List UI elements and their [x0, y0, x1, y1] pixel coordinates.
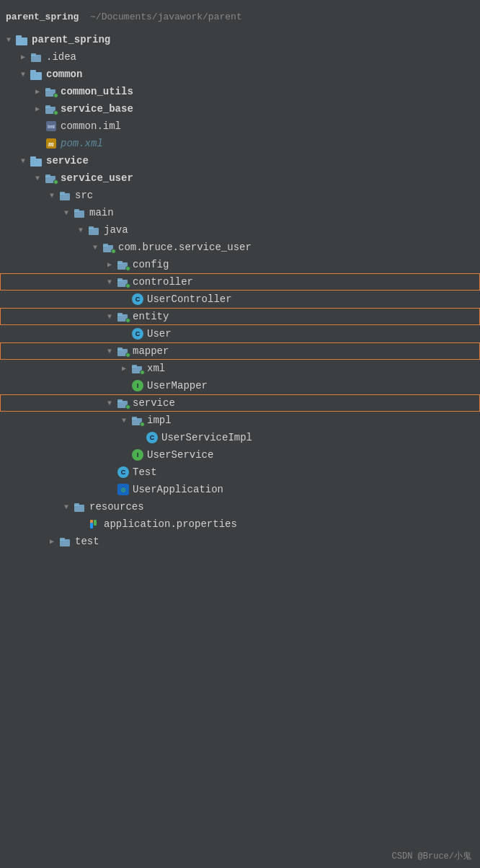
tree-item-impl[interactable]: impl	[0, 412, 480, 429]
label-UserServiceImpl: UserServiceImpl	[161, 432, 252, 443]
label-service_pkg: service	[133, 397, 175, 409]
icon-root	[16, 33, 29, 46]
tree-item-app_props[interactable]: application.properties	[0, 515, 480, 533]
tree-item-common[interactable]: common	[0, 66, 480, 83]
tree-item-main[interactable]: main	[0, 204, 480, 221]
tree-item-common_iml[interactable]: imlcommon.iml	[0, 118, 480, 135]
tree-item-UserServiceImpl[interactable]: CUserServiceImpl	[0, 429, 480, 446]
icon-service_user	[45, 172, 58, 185]
tree-item-idea[interactable]: .idea	[0, 48, 480, 66]
tree-item-UserController[interactable]: CUserController	[0, 291, 480, 308]
tree-arrow-test	[46, 536, 58, 547]
tree-item-service_base[interactable]: service_base	[0, 100, 480, 118]
tree-arrow-controller	[104, 276, 115, 288]
project-path: ~/Documents/javawork/parent	[84, 12, 241, 22]
icon-service	[30, 154, 43, 167]
tree-item-java[interactable]: java	[0, 221, 480, 239]
icon-common_pom: m	[45, 137, 58, 150]
label-src: src	[75, 190, 93, 201]
tree-item-xml[interactable]: xml	[0, 360, 480, 377]
tree-item-mapper[interactable]: mapper	[0, 342, 480, 360]
icon-service_base	[45, 102, 58, 115]
tree-item-config[interactable]: config	[0, 256, 480, 273]
tree-arrow-service_base	[32, 103, 43, 115]
tree-item-resources[interactable]: resources	[0, 498, 480, 515]
tree-arrow-service_user	[32, 172, 43, 184]
tree-arrow-common	[17, 68, 29, 80]
label-root: parent_spring	[32, 34, 110, 45]
label-common: common	[46, 68, 82, 80]
icon-entity	[117, 310, 130, 323]
label-config: config	[133, 259, 169, 270]
tree-arrow-service_pkg	[104, 397, 115, 409]
watermark: CSDN @Bruce/小鬼	[392, 850, 471, 862]
label-controller: controller	[133, 276, 193, 288]
label-idea: .idea	[46, 51, 76, 63]
label-UserMapper: UserMapper	[147, 380, 208, 391]
icon-java	[88, 223, 101, 236]
tree-item-User[interactable]: CUser	[0, 325, 480, 342]
tree-item-root[interactable]: parent_spring	[0, 31, 480, 48]
tree-item-controller[interactable]: controller	[0, 273, 480, 291]
icon-UserService: I	[131, 448, 144, 461]
label-service_user: service_user	[61, 172, 133, 184]
icon-UserApplication: ⚙	[117, 483, 130, 496]
tree-item-service[interactable]: service	[0, 152, 480, 169]
icon-com_bruce	[102, 241, 115, 254]
label-common_iml: common.iml	[61, 120, 121, 132]
icon-UserServiceImpl: C	[146, 431, 159, 444]
label-test: test	[75, 536, 99, 547]
label-service: service	[46, 155, 89, 167]
tree-container: parent_spring.ideacommoncommon_utilsserv…	[0, 31, 480, 550]
icon-common_iml: iml	[45, 120, 58, 133]
icon-Test: C	[117, 466, 130, 479]
project-header: parent_spring ~/Documents/javawork/paren…	[0, 9, 480, 25]
tree-item-test[interactable]: test	[0, 533, 480, 550]
icon-UserMapper: I	[131, 379, 144, 392]
icon-test	[59, 535, 72, 548]
tree-item-Test[interactable]: CTest	[0, 464, 480, 481]
label-Test: Test	[133, 466, 157, 478]
label-mapper: mapper	[133, 345, 169, 357]
tree-item-UserService[interactable]: IUserService	[0, 446, 480, 464]
label-common_pom: pom.xml	[61, 138, 103, 149]
tree-item-common_pom[interactable]: mpom.xml	[0, 135, 480, 152]
tree-arrow-resources	[61, 501, 72, 513]
icon-service_pkg	[117, 397, 130, 409]
label-com_bruce: com.bruce.service_user	[118, 242, 252, 253]
tree-arrow-root	[3, 34, 14, 45]
icon-main	[74, 206, 86, 219]
tree-item-entity[interactable]: entity	[0, 308, 480, 325]
tree-arrow-main	[61, 207, 72, 218]
label-xml: xml	[147, 363, 165, 374]
label-UserService: UserService	[147, 449, 213, 461]
tree-arrow-config	[104, 259, 115, 270]
icon-common	[30, 68, 43, 81]
tree-arrow-src	[46, 190, 58, 201]
label-impl: impl	[147, 415, 172, 426]
icon-xml	[131, 362, 144, 375]
label-entity: entity	[133, 311, 169, 322]
tree-item-com_bruce[interactable]: com.bruce.service_user	[0, 239, 480, 256]
icon-app_props	[88, 518, 101, 531]
tree-item-src[interactable]: src	[0, 187, 480, 204]
label-app_props: application.properties	[104, 518, 237, 530]
tree-arrow-impl	[118, 415, 130, 426]
icon-mapper	[117, 345, 130, 358]
project-name: parent_spring	[6, 12, 79, 22]
file-tree: parent_spring ~/Documents/javawork/paren…	[0, 6, 480, 31]
tree-arrow-service	[17, 155, 29, 167]
tree-item-UserApplication[interactable]: ⚙UserApplication	[0, 481, 480, 498]
tree-arrow-entity	[104, 311, 115, 322]
tree-item-UserMapper[interactable]: IUserMapper	[0, 377, 480, 394]
tree-item-service_pkg[interactable]: service	[0, 394, 480, 412]
label-UserController: UserController	[147, 293, 232, 305]
tree-item-service_user[interactable]: service_user	[0, 169, 480, 187]
tree-arrow-idea	[17, 51, 29, 63]
icon-User: C	[131, 327, 144, 340]
icon-impl	[131, 414, 144, 427]
label-java: java	[104, 224, 128, 236]
icon-common_utils	[45, 85, 58, 98]
label-resources: resources	[89, 501, 144, 513]
tree-item-common_utils[interactable]: common_utils	[0, 83, 480, 100]
